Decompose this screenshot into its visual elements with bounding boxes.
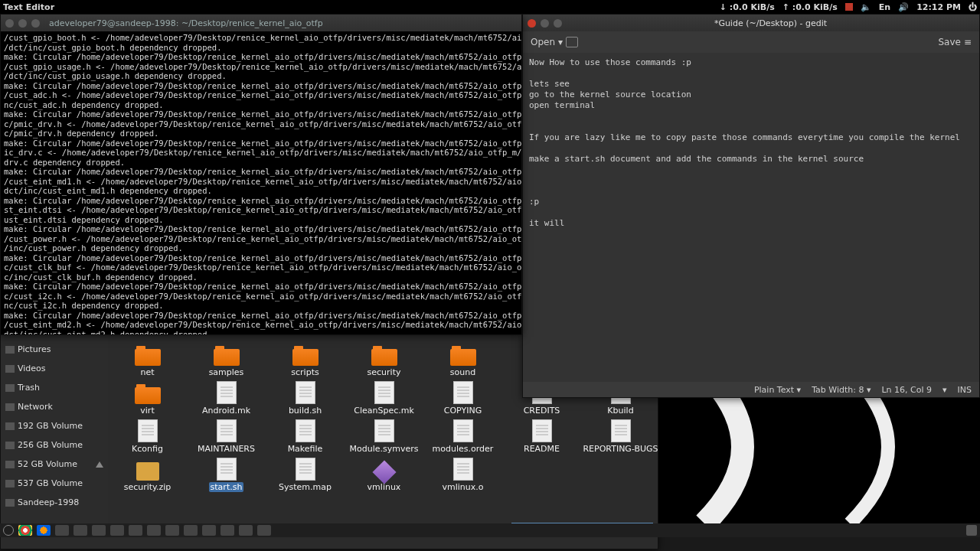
file-item[interactable]: vmlinux (345, 454, 423, 492)
save-button[interactable]: Save (938, 37, 960, 47)
file-icon (138, 419, 158, 442)
firefox-launcher-icon[interactable] (37, 525, 51, 536)
minimize-icon[interactable] (18, 19, 27, 28)
file-item[interactable]: MAINTAINERS (187, 416, 266, 454)
tab-width-selector[interactable]: Tab Width: 8 ▾ (812, 385, 871, 395)
sidebar-item[interactable]: Sandeep-1998 (1, 493, 108, 512)
trash-icon[interactable] (966, 525, 977, 536)
sound-icon[interactable]: 🔈 (861, 2, 871, 12)
net-up-indicator: ↑ :0.0 KiB/s (782, 2, 838, 12)
syntax-mode-selector[interactable]: Plain Text ▾ (754, 385, 801, 395)
file-item[interactable]: vmlinux.o (423, 454, 502, 492)
app-launcher-icon[interactable] (202, 525, 216, 536)
file-item[interactable]: build.sh (266, 377, 345, 416)
file-icon (296, 419, 315, 442)
chevron-down-icon[interactable]: ▾ (942, 385, 947, 395)
file-item[interactable]: Kconfig (108, 416, 187, 454)
file-item[interactable]: security.zip (108, 454, 187, 492)
new-tab-icon[interactable] (566, 37, 578, 47)
file-icon (611, 419, 631, 442)
file-icon (217, 419, 237, 442)
file-item[interactable]: start.sh (187, 454, 266, 492)
file-item[interactable]: Makefile (266, 416, 345, 454)
terminal-window[interactable]: adeveloper79@sandeep-1998: ~/Desktop/ren… (0, 14, 522, 335)
open-button[interactable]: Open (531, 37, 555, 47)
chrome-launcher-icon[interactable] (18, 525, 32, 536)
file-item[interactable]: System.map (266, 454, 345, 492)
file-item[interactable]: virt (108, 377, 187, 416)
app-launcher-icon[interactable] (147, 525, 161, 536)
file-item[interactable]: README (502, 416, 581, 454)
place-icon (5, 461, 15, 468)
folder-icon (135, 387, 161, 404)
sidebar-item[interactable]: Trash (1, 378, 108, 397)
file-item[interactable]: CleanSpec.mk (345, 377, 423, 416)
sidebar-item-label: Sandeep-1998 (18, 497, 79, 507)
terminal-output[interactable]: /cust_gpio_boot.h <- /home/adeveloper79/… (1, 31, 521, 334)
volume-icon[interactable]: 🔊 (898, 2, 909, 12)
app-launcher-icon[interactable] (239, 525, 253, 536)
file-item[interactable]: sound (423, 339, 502, 377)
clock[interactable]: 12:12 PM (916, 2, 961, 12)
chevron-down-icon[interactable]: ▾ (558, 37, 563, 47)
gedit-document[interactable]: Now How to use those commands :p lets se… (523, 53, 979, 382)
file-label: scripts (291, 367, 318, 377)
file-item[interactable]: samples (187, 339, 266, 377)
file-icon (453, 458, 473, 481)
sidebar-item-label: 192 GB Volume (18, 421, 83, 431)
hamburger-menu-icon[interactable]: ≡ (964, 37, 972, 47)
workspace-indicator-icon[interactable] (845, 3, 853, 11)
app-launcher-icon[interactable] (165, 525, 179, 536)
app-launcher-icon[interactable] (74, 525, 87, 536)
sidebar-item[interactable]: Videos (1, 359, 108, 378)
folder-icon (214, 349, 240, 366)
bottom-panel[interactable] (0, 523, 980, 537)
terminal-launcher-icon[interactable] (129, 525, 142, 536)
file-item[interactable]: Module.symvers (345, 416, 423, 454)
sidebar-item[interactable]: 52 GB Volume (1, 455, 108, 474)
app-launcher-icon[interactable] (55, 525, 69, 536)
folder-icon (371, 349, 397, 366)
close-icon[interactable] (5, 19, 14, 28)
maximize-icon[interactable] (31, 19, 40, 28)
file-item[interactable]: COPYING (423, 377, 502, 416)
file-label: Makefile (288, 444, 323, 454)
active-window-title: Text Editor (3, 2, 54, 12)
gedit-window[interactable]: *Guide (~/Desktop) - gedit Open ▾ Save ≡… (522, 14, 980, 398)
language-indicator[interactable]: En (879, 2, 890, 12)
place-icon (5, 442, 15, 449)
file-item[interactable]: scripts (266, 339, 345, 377)
file-item[interactable]: REPORTING-BUGS (581, 416, 660, 454)
sidebar-item-label: Network (18, 402, 53, 412)
file-item[interactable]: modules.order (423, 416, 502, 454)
place-icon (5, 480, 15, 487)
sidebar-item[interactable]: Pictures (1, 340, 108, 359)
file-item[interactable]: Android.mk (187, 377, 266, 416)
eject-icon[interactable] (96, 461, 103, 468)
file-item[interactable]: security (345, 339, 423, 377)
sidebar-item[interactable]: 537 GB Volume (1, 474, 108, 493)
sidebar-item[interactable]: Network (1, 397, 108, 416)
insert-mode-indicator[interactable]: INS (958, 385, 972, 395)
file-label: COPYING (444, 406, 482, 416)
file-item[interactable]: net (108, 339, 187, 377)
system-top-bar: Text Editor ↓ :0.0 KiB/s ↑ :0.0 KiB/s 🔈 … (0, 0, 980, 14)
start-menu-icon[interactable] (3, 525, 14, 536)
app-launcher-icon[interactable] (184, 525, 198, 536)
sidebar-item[interactable]: 256 GB Volume (1, 435, 108, 455)
file-manager-launcher-icon[interactable] (110, 525, 124, 536)
file-icon (453, 419, 473, 442)
text-editor-launcher-icon[interactable] (220, 525, 234, 536)
place-icon (5, 403, 15, 411)
file-label: security (368, 367, 401, 377)
folder-icon (135, 349, 161, 366)
minimize-icon[interactable] (541, 19, 549, 28)
app-launcher-icon[interactable] (92, 525, 106, 536)
maximize-icon[interactable] (554, 19, 562, 28)
file-icon (296, 381, 315, 404)
file-label: Kconfig (132, 444, 163, 454)
power-icon[interactable]: ⏻ (969, 2, 977, 12)
close-icon[interactable] (528, 19, 536, 28)
sidebar-item[interactable]: 192 GB Volume (1, 416, 108, 435)
app-launcher-icon[interactable] (257, 525, 271, 536)
